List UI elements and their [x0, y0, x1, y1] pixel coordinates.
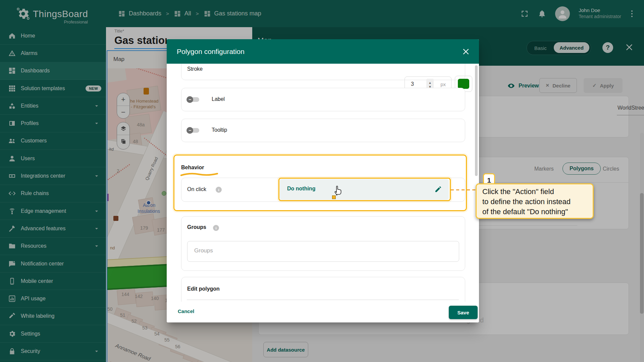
tour-tooltip-line: Click the "Action" field [482, 187, 593, 197]
save-button[interactable]: Save [449, 306, 478, 319]
divider [187, 300, 459, 300]
label-toggle-label: Label [212, 96, 225, 102]
annotation-connector-dashes [451, 189, 478, 190]
tooltip-toggle-label: Tooltip [212, 127, 227, 133]
groups-placeholder: Groups [194, 247, 213, 254]
behavior-underline-swoosh [180, 172, 218, 178]
hand-cursor-icon [333, 183, 344, 198]
info-icon[interactable]: i [213, 225, 219, 231]
dialog-close-icon[interactable] [462, 47, 470, 56]
tooltip-card: − Tooltip [181, 119, 465, 142]
tour-tooltip: Click the "Action" field to define the a… [476, 183, 594, 219]
stroke-width-value: 3 [411, 81, 414, 87]
dialog-header: Polygon configuration [167, 39, 479, 64]
stroke-color-swatch[interactable] [458, 79, 469, 89]
groups-heading: Groups [187, 224, 206, 230]
stroke-label: Stroke [187, 66, 203, 72]
tour-tooltip-line: of the default "Do nothing" [482, 207, 593, 217]
tour-tooltip-line: to define the action instead [482, 197, 593, 207]
screen: ThingsBoard Professional Dashboards>All>… [0, 0, 644, 362]
action-field-highlight-box [278, 178, 451, 201]
stroke-unit: px [440, 81, 446, 87]
dialog-scrollbar-thumb[interactable] [475, 65, 478, 176]
label-toggle[interactable]: − [187, 96, 200, 103]
tooltip-toggle[interactable]: − [187, 127, 200, 134]
dialog-footer: Cancel Save [167, 302, 479, 322]
groups-input[interactable]: Groups [187, 241, 459, 262]
dialog-title: Polygon configuration [177, 48, 245, 56]
groups-card: Groups i Groups [181, 216, 465, 271]
label-card: − Label [181, 88, 465, 111]
cancel-button[interactable]: Cancel [178, 308, 194, 314]
edit-polygon-heading: Edit polygon [187, 286, 220, 292]
